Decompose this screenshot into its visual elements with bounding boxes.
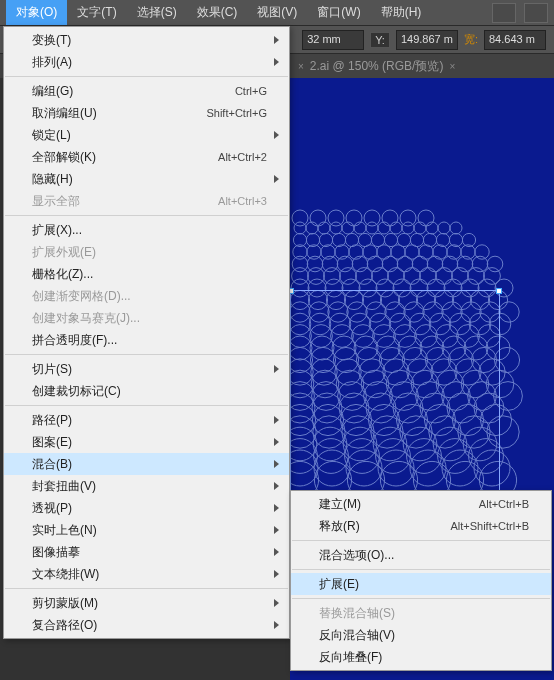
svg-point-12 <box>438 222 450 234</box>
menu-item[interactable]: 变换(T) <box>4 29 289 51</box>
menu-label: 混合选项(O)... <box>319 547 394 564</box>
svg-point-21 <box>384 233 397 246</box>
menu-item: 创建对象马赛克(J)... <box>4 307 289 329</box>
tab-title: 2.ai @ 150% (RGB/预览) <box>310 58 444 75</box>
width-label: 宽: <box>464 32 478 47</box>
svg-point-94 <box>290 302 310 322</box>
shortcut: Alt+Ctrl+2 <box>218 151 267 163</box>
menu-item[interactable]: 取消编组(U)Shift+Ctrl+G <box>4 102 289 124</box>
menu-object[interactable]: 对象(O) <box>6 0 67 25</box>
menu-item[interactable]: 排列(A) <box>4 51 289 73</box>
svg-point-72 <box>342 279 360 297</box>
y-field[interactable]: 149.867 m <box>396 30 458 50</box>
svg-point-0 <box>294 222 306 234</box>
menu-item[interactable]: 透视(P) <box>4 497 289 519</box>
menu-item[interactable]: 锁定(L) <box>4 124 289 146</box>
svg-point-107 <box>309 313 331 335</box>
menu-item: 显示全部Alt+Ctrl+3 <box>4 190 289 212</box>
menu-item[interactable]: 反向混合轴(V) <box>291 624 551 646</box>
menu-label: 隐藏(H) <box>32 171 73 188</box>
svg-point-106 <box>290 313 311 335</box>
menu-item[interactable]: 封套扭曲(V) <box>4 475 289 497</box>
shortcut: Shift+Ctrl+G <box>206 107 267 119</box>
field-1[interactable]: 32 mm <box>302 30 364 50</box>
menu-item[interactable]: 拼合透明度(F)... <box>4 329 289 351</box>
menu-label: 释放(R) <box>319 518 360 535</box>
menu-item[interactable]: 实时上色(N) <box>4 519 289 541</box>
svg-point-103 <box>461 302 481 322</box>
menu-item[interactable]: 混合(B) <box>4 453 289 475</box>
menu-label: 编组(G) <box>32 83 73 100</box>
menu-item[interactable]: 编组(G)Ctrl+G <box>4 80 289 102</box>
shortcut: Alt+Shift+Ctrl+B <box>450 520 529 532</box>
menu-item[interactable]: 创建裁切标记(C) <box>4 380 289 402</box>
toolbar-icon-2[interactable] <box>524 3 548 23</box>
svg-point-6 <box>366 222 378 234</box>
svg-point-111 <box>389 313 411 335</box>
doc-tab[interactable]: × 2.ai @ 150% (RGB/预览) × <box>290 54 463 79</box>
menu-label: 栅格化(Z)... <box>32 266 93 283</box>
svg-point-50 <box>412 256 428 272</box>
svg-point-231 <box>382 210 398 226</box>
menu-item[interactable]: 图案(E) <box>4 431 289 453</box>
svg-point-230 <box>364 210 380 226</box>
svg-point-134 <box>442 336 466 360</box>
svg-point-64 <box>420 268 437 285</box>
menu-window[interactable]: 窗口(W) <box>307 0 370 25</box>
shortcut: Alt+Ctrl+3 <box>218 195 267 207</box>
menu-text[interactable]: 文字(T) <box>67 0 126 25</box>
svg-point-78 <box>444 279 462 297</box>
menu-item: 扩展外观(E) <box>4 241 289 263</box>
close-icon[interactable]: × <box>449 61 455 72</box>
svg-point-74 <box>376 279 394 297</box>
svg-point-108 <box>329 313 351 335</box>
menu-label: 取消编组(U) <box>32 105 97 122</box>
y-label: Y: <box>370 32 390 48</box>
blend-submenu: 建立(M)Alt+Ctrl+B释放(R)Alt+Shift+Ctrl+B混合选项… <box>290 490 552 671</box>
menu-label: 替换混合轴(S) <box>319 605 395 622</box>
menu-item[interactable]: 混合选项(O)... <box>291 544 551 566</box>
svg-point-98 <box>366 302 386 322</box>
menu-item[interactable]: 反向堆叠(F) <box>291 646 551 668</box>
svg-point-58 <box>324 268 341 285</box>
svg-point-65 <box>436 268 453 285</box>
menu-item[interactable]: 扩展(E) <box>291 573 551 595</box>
menu-help[interactable]: 帮助(H) <box>371 0 432 25</box>
svg-point-216 <box>410 450 446 486</box>
menu-item[interactable]: 隐藏(H) <box>4 168 289 190</box>
menu-item[interactable]: 复合路径(O) <box>4 614 289 636</box>
menu-label: 变换(T) <box>32 32 71 49</box>
menu-item[interactable]: 切片(S) <box>4 358 289 380</box>
menu-view[interactable]: 视图(V) <box>247 0 307 25</box>
svg-point-69 <box>291 279 309 297</box>
menu-item[interactable]: 路径(P) <box>4 409 289 431</box>
menu-label: 反向堆叠(F) <box>319 649 382 666</box>
toolbar-icon-1[interactable] <box>492 3 516 23</box>
close-icon[interactable]: × <box>298 61 304 72</box>
menu-item[interactable]: 图像描摹 <box>4 541 289 563</box>
menu-label: 复合路径(O) <box>32 617 97 634</box>
menu-label: 切片(S) <box>32 361 72 378</box>
menu-select[interactable]: 选择(S) <box>127 0 187 25</box>
svg-point-13 <box>450 222 462 234</box>
menu-item[interactable]: 扩展(X)... <box>4 219 289 241</box>
menu-item[interactable]: 释放(R)Alt+Shift+Ctrl+B <box>291 515 551 537</box>
svg-point-215 <box>378 450 414 486</box>
menu-effect[interactable]: 效果(C) <box>187 0 248 25</box>
menu-label: 扩展外观(E) <box>32 244 96 261</box>
menu-label: 创建对象马赛克(J)... <box>32 310 140 327</box>
svg-point-51 <box>427 256 443 272</box>
menu-item[interactable]: 剪切蒙版(M) <box>4 592 289 614</box>
svg-point-56 <box>292 268 309 285</box>
svg-point-180 <box>447 393 477 423</box>
menu-item[interactable]: 建立(M)Alt+Ctrl+B <box>291 493 551 515</box>
menu-label: 图案(E) <box>32 434 72 451</box>
menu-item[interactable]: 全部解锁(K)Alt+Ctrl+2 <box>4 146 289 168</box>
menu-label: 路径(P) <box>32 412 72 429</box>
menu-item[interactable]: 栅格化(Z)... <box>4 263 289 285</box>
menu-label: 创建渐变网格(D)... <box>32 288 131 305</box>
width-field[interactable]: 84.643 m <box>484 30 546 50</box>
menu-item[interactable]: 文本绕排(W) <box>4 563 289 585</box>
menu-label: 创建裁切标记(C) <box>32 383 121 400</box>
svg-point-105 <box>499 302 519 322</box>
